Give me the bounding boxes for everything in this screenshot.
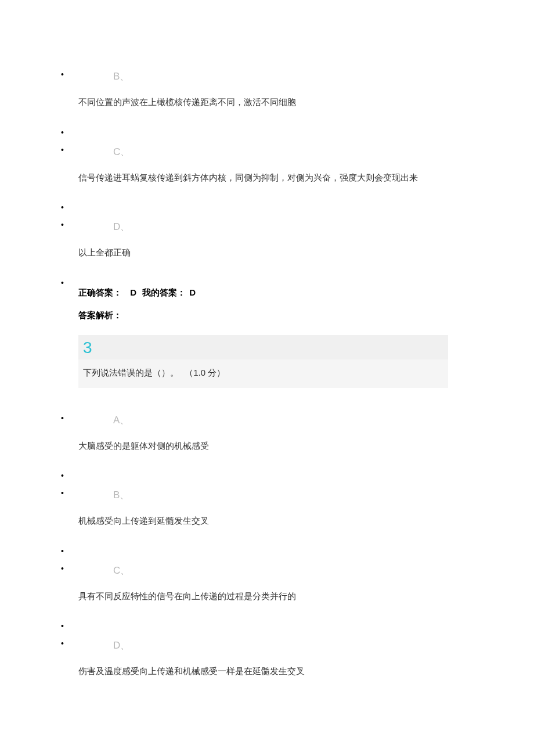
option-letter: B、 [78, 70, 534, 83]
list-spacer [0, 120, 534, 145]
option-text: 机械感受向上传递到延髓发生交叉 [78, 514, 534, 528]
option-letter: C、 [78, 564, 534, 577]
option-b-item: B、 机械感受向上传递到延髓发生交叉 [0, 488, 534, 528]
option-text: 具有不同反应特性的信号在向上传递的过程是分类并行的 [78, 590, 534, 603]
explanation-label: 答案解析： [78, 310, 534, 321]
question-number-bar: 3 [78, 335, 448, 359]
option-d-item: D、 伤害及温度感受向上传递和机械感受一样是在延髓发生交叉 [0, 639, 534, 678]
question-stem: 下列说法错误的是（）。 （1.0 分） [83, 368, 225, 377]
list-spacer [0, 270, 534, 296]
option-letter: B、 [78, 488, 534, 502]
list-spacer [0, 613, 534, 639]
question-points: （1.0 分） [185, 368, 225, 377]
option-letter: D、 [78, 220, 534, 233]
option-text: 大脑感受的是躯体对侧的机械感受 [78, 440, 534, 453]
option-letter: D、 [78, 639, 534, 652]
question-number: 3 [83, 339, 92, 357]
option-text: 不同位置的声波在上橄榄核传递距离不同，激活不同细胞 [78, 96, 534, 109]
option-text: 伤害及温度感受向上传递和机械感受一样是在延髓发生交叉 [78, 665, 534, 678]
option-text: 信号传递进耳蜗复核传递到斜方体内核，同侧为抑制，对侧为兴奋，强度大则会变现出来 [78, 171, 534, 185]
option-d-item: D、 以上全都正确 [0, 220, 534, 260]
option-letter: A、 [78, 413, 534, 427]
list-spacer [0, 538, 534, 564]
option-b-item: B、 不同位置的声波在上橄榄核传递距离不同，激活不同细胞 [0, 70, 534, 109]
question-stem-text: 下列说法错误的是（）。 [83, 368, 179, 377]
question-stem-bar: 下列说法错误的是（）。 （1.0 分） [78, 359, 448, 388]
option-text: 以上全都正确 [78, 246, 534, 260]
list-spacer [0, 463, 534, 488]
list-spacer [0, 195, 534, 220]
option-c-item: C、 具有不同反应特性的信号在向上传递的过程是分类并行的 [0, 564, 534, 603]
option-c-item: C、 信号传递进耳蜗复核传递到斜方体内核，同侧为抑制，对侧为兴奋，强度大则会变现… [0, 145, 534, 185]
option-a-item: A、 大脑感受的是躯体对侧的机械感受 [0, 413, 534, 453]
option-letter: C、 [78, 145, 534, 159]
